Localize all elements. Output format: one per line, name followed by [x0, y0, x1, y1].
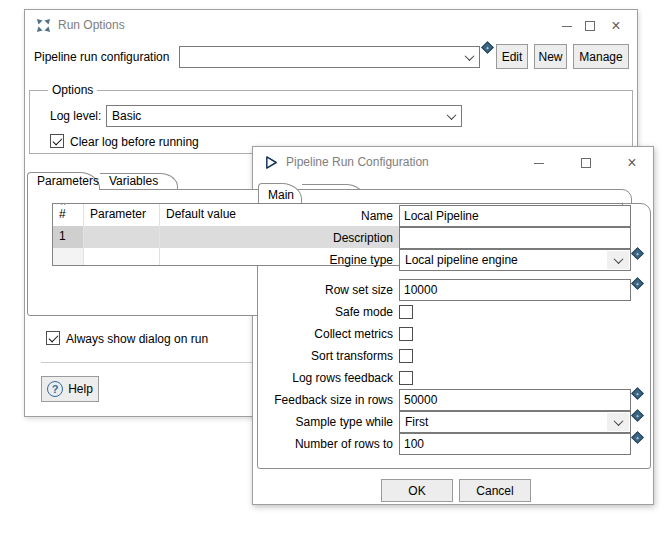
form-row-feedback-size: Feedback size in rows [257, 389, 651, 411]
form-row-collect-metrics: Collect metrics [257, 323, 651, 345]
column-header-num[interactable]: ^ # [53, 204, 84, 226]
log-level-combo[interactable]: Basic [106, 105, 462, 127]
main-tab-form: Name Description Engine type Local pipel… [257, 205, 651, 455]
variable-diamond-icon [631, 431, 644, 444]
collect-metrics-label: Collect metrics [257, 327, 399, 341]
dropdown-button[interactable] [441, 106, 461, 126]
pipeline-config-titlebar[interactable]: Pipeline Run Configuration × [253, 147, 653, 177]
close-button[interactable]: × [609, 19, 623, 33]
safe-mode-checkbox[interactable] [399, 305, 413, 319]
play-triangle-icon [264, 155, 279, 170]
safe-mode-label: Safe mode [257, 305, 399, 319]
engine-type-combo[interactable]: Local pipeline engine [399, 249, 631, 271]
tab-parameters[interactable]: Parameters [27, 172, 100, 190]
row-set-size-input[interactable] [399, 279, 631, 301]
minimize-icon [534, 163, 544, 164]
close-button[interactable]: × [625, 156, 639, 170]
help-button[interactable]: ? Help [41, 376, 99, 402]
name-label: Name [257, 209, 399, 223]
log-rows-feedback-checkbox[interactable] [399, 371, 413, 385]
form-row-sort-transforms: Sort transforms [257, 345, 651, 367]
num-rows-label: Number of rows to [257, 437, 399, 451]
maximize-button[interactable] [579, 156, 593, 170]
variable-diamond-icon [631, 277, 644, 290]
dropdown-button[interactable] [459, 47, 479, 67]
tab-label: Main [268, 188, 294, 202]
minimize-button[interactable] [532, 156, 546, 170]
always-show-dialog-checkbox[interactable] [46, 331, 60, 345]
hop-pinwheel-icon [36, 18, 51, 33]
clear-log-checkbox[interactable] [50, 134, 64, 148]
log-rows-feedback-label: Log rows feedback [257, 371, 399, 385]
window-title: Run Options [58, 18, 125, 32]
maximize-icon [585, 21, 595, 31]
form-row-log-rows-feedback: Log rows feedback [257, 367, 651, 389]
variable-diamond-icon [481, 41, 494, 54]
collect-metrics-checkbox[interactable] [399, 327, 413, 341]
pipeline-run-configuration-combo[interactable] [179, 46, 480, 68]
chevron-down-icon [446, 110, 456, 120]
engine-type-label: Engine type [257, 253, 399, 267]
sort-asc-icon: ^ [61, 204, 65, 210]
tab-main[interactable]: Main [258, 183, 302, 204]
window-title: Pipeline Run Configuration [286, 155, 429, 169]
dropdown-button[interactable] [607, 251, 629, 269]
feedback-size-input[interactable] [399, 389, 631, 411]
run-options-titlebar[interactable]: Run Options × [25, 10, 637, 40]
cancel-button[interactable]: Cancel [459, 479, 531, 502]
clear-log-label: Clear log before running [70, 135, 199, 149]
help-label: Help [68, 382, 93, 396]
tab-variables[interactable]: Variables [100, 173, 178, 190]
tab-label: Parameters [37, 174, 99, 188]
minimize-button[interactable] [560, 19, 574, 33]
row-set-size-label: Row set size [257, 283, 399, 297]
parameter-cell[interactable] [84, 226, 160, 248]
feedback-size-label: Feedback size in rows [257, 393, 399, 407]
row-number-cell[interactable]: 1 [53, 226, 84, 248]
form-row-engine-type: Engine type Local pipeline engine [257, 249, 651, 271]
form-row-safe-mode: Safe mode [257, 301, 651, 323]
dropdown-button[interactable] [607, 413, 629, 431]
tab-label: Variables [109, 174, 158, 188]
minimize-icon [562, 26, 572, 27]
form-row-sample-type: Sample type while First [257, 411, 651, 433]
manage-button[interactable]: Manage [573, 44, 629, 69]
chevron-down-icon [613, 416, 623, 426]
sort-transforms-checkbox[interactable] [399, 349, 413, 363]
chevron-down-icon [613, 254, 623, 264]
options-group-legend: Options [48, 83, 97, 97]
variable-diamond-icon [631, 387, 644, 400]
description-input[interactable] [399, 227, 631, 249]
variable-diamond-icon [631, 409, 644, 422]
form-row-description: Description [257, 227, 651, 249]
column-header-parameter[interactable]: Parameter [84, 204, 160, 226]
form-row-name: Name [257, 205, 651, 227]
always-show-dialog-label: Always show dialog on run [66, 332, 208, 346]
help-icon: ? [47, 381, 63, 397]
form-row-row-set-size: Row set size [257, 279, 651, 301]
description-label: Description [257, 231, 399, 245]
num-rows-input[interactable] [399, 433, 631, 455]
variable-diamond-icon [631, 247, 644, 260]
maximize-button[interactable] [583, 19, 597, 33]
name-input[interactable] [399, 205, 631, 227]
chevron-down-icon [464, 51, 474, 61]
options-group: Options Log level: Basic Clear log befor… [29, 90, 633, 154]
edit-button[interactable]: Edit [496, 44, 528, 69]
sample-type-label: Sample type while [257, 415, 399, 429]
new-button[interactable]: New [534, 44, 567, 69]
engine-type-value: Local pipeline engine [400, 253, 606, 267]
log-level-value: Basic [107, 109, 441, 123]
ok-button[interactable]: OK [381, 479, 453, 502]
pipeline-run-configuration-label: Pipeline run configuration [34, 50, 169, 64]
sample-type-value: First [400, 415, 606, 429]
sample-type-combo[interactable]: First [399, 411, 631, 433]
log-level-label: Log level: [50, 109, 101, 123]
close-icon: × [611, 19, 620, 33]
maximize-icon [581, 158, 591, 168]
form-row-num-rows: Number of rows to [257, 433, 651, 455]
sort-transforms-label: Sort transforms [257, 349, 399, 363]
close-icon: × [627, 156, 636, 170]
